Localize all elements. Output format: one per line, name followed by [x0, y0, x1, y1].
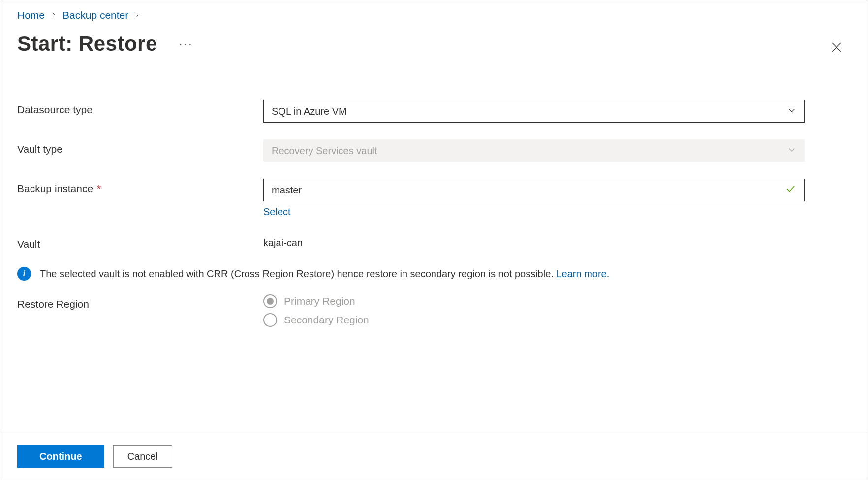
- breadcrumb-backup-center[interactable]: Backup center: [62, 9, 128, 21]
- backup-instance-label: Backup instance *: [17, 179, 263, 194]
- radio-icon: [263, 313, 277, 327]
- footer: Continue Cancel: [0, 433, 868, 480]
- select-link[interactable]: Select: [263, 206, 291, 218]
- radio-icon: [263, 294, 277, 308]
- restore-region-label: Restore Region: [17, 294, 263, 310]
- datasource-type-value: SQL in Azure VM: [272, 106, 347, 117]
- chevron-right-icon: [134, 11, 140, 20]
- continue-button[interactable]: Continue: [17, 445, 104, 468]
- restore-region-primary-label: Primary Region: [284, 295, 355, 307]
- datasource-type-label: Datasource type: [17, 100, 263, 116]
- chevron-down-icon: [787, 145, 796, 156]
- restore-region-primary: Primary Region: [263, 294, 805, 308]
- more-actions-button[interactable]: ···: [174, 35, 198, 53]
- info-icon: i: [17, 267, 31, 281]
- datasource-type-dropdown[interactable]: SQL in Azure VM: [263, 100, 805, 123]
- vault-type-dropdown: Recovery Services vault: [263, 139, 805, 162]
- info-message: The selected vault is not enabled with C…: [40, 268, 554, 279]
- chevron-right-icon: [51, 11, 57, 20]
- breadcrumb: Home Backup center: [17, 9, 851, 21]
- vault-value: kajai-can: [263, 234, 805, 249]
- chevron-down-icon: [787, 106, 796, 117]
- backup-instance-value: master: [272, 185, 302, 196]
- vault-type-value: Recovery Services vault: [272, 145, 377, 157]
- info-banner: i The selected vault is not enabled with…: [17, 267, 851, 281]
- backup-instance-input[interactable]: master: [263, 179, 805, 201]
- breadcrumb-home[interactable]: Home: [17, 9, 45, 21]
- restore-region-secondary-label: Secondary Region: [284, 314, 369, 326]
- cancel-button[interactable]: Cancel: [113, 445, 172, 468]
- close-icon[interactable]: [830, 41, 843, 57]
- vault-label: Vault: [17, 234, 263, 250]
- restore-region-secondary: Secondary Region: [263, 313, 805, 327]
- page-title: Start: Restore: [17, 32, 157, 56]
- checkmark-icon: [785, 183, 796, 197]
- vault-type-label: Vault type: [17, 139, 263, 155]
- learn-more-link[interactable]: Learn more.: [556, 268, 609, 279]
